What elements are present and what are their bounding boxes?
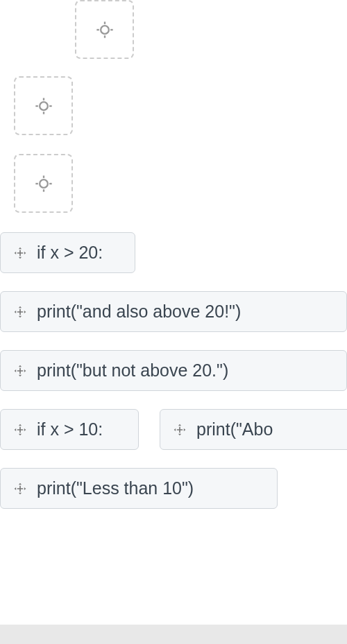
draggable-code-block-print-not-above-20[interactable]: print("but not above 20."): [0, 350, 347, 391]
drag-handle-icon: [13, 482, 27, 496]
draggable-code-block-print-above-20[interactable]: print("and also above 20!"): [0, 291, 347, 332]
target-icon: [34, 96, 53, 116]
drag-handle-icon: [173, 423, 187, 437]
draggable-code-block-if-20[interactable]: if x > 20:: [0, 232, 135, 273]
draggable-code-block-if-10[interactable]: if x > 10:: [0, 409, 139, 450]
svg-point-5: [40, 102, 48, 110]
target-icon: [95, 20, 115, 40]
drop-target-3[interactable]: [14, 154, 73, 213]
drag-handle-icon: [13, 423, 27, 437]
code-text: print("Abo: [196, 419, 273, 440]
drag-handle-icon: [13, 305, 27, 319]
code-text: if x > 10:: [37, 419, 103, 440]
code-text: print("Less than 10"): [37, 478, 194, 498]
footer-bar: [0, 625, 347, 644]
code-text: if x > 20:: [37, 243, 103, 263]
drag-handle-icon: [13, 246, 27, 260]
drop-target-2[interactable]: [14, 76, 73, 135]
draggable-code-block-print-above[interactable]: print("Abo: [160, 409, 347, 450]
draggable-code-block-print-less-10[interactable]: print("Less than 10"): [0, 468, 278, 509]
svg-point-10: [40, 180, 48, 188]
code-text: print("but not above 20."): [37, 360, 228, 381]
target-icon: [34, 174, 53, 193]
drag-handle-icon: [13, 364, 27, 378]
drop-target-1[interactable]: [75, 0, 134, 59]
code-text: print("and also above 20!"): [37, 302, 241, 322]
svg-point-0: [101, 26, 109, 34]
